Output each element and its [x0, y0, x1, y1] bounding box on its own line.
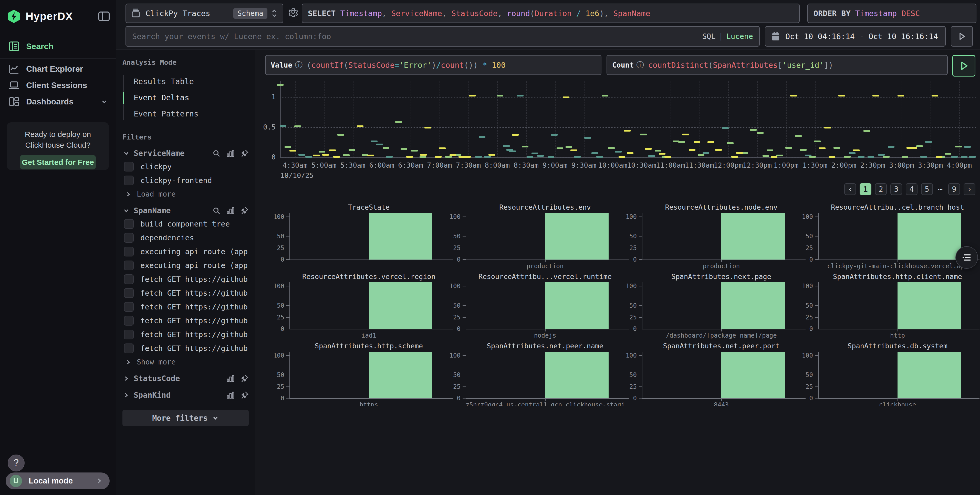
count-expression-text: countDistinct(SpanAttributes['user_id']) — [648, 61, 833, 70]
data-point — [337, 134, 344, 136]
sidebar-item-chart-explorer[interactable]: Chart Explorer — [0, 61, 116, 77]
get-started-button[interactable]: Get Started for Free — [20, 155, 96, 170]
mini-x-tick — [545, 399, 546, 401]
filter-option-label[interactable]: clickpy — [140, 162, 172, 171]
mini-y-tick — [463, 355, 466, 356]
filter-option-label[interactable]: executing api route (app)… — [140, 261, 248, 270]
query-language-toggle[interactable]: SQL|Lucene — [702, 32, 753, 41]
pagination-page-2[interactable]: 2 — [875, 183, 887, 195]
filter-group-spankind[interactable]: SpanKind — [123, 390, 249, 400]
data-point — [376, 144, 383, 145]
checkbox[interactable] — [124, 302, 134, 312]
filter-option-label[interactable]: clickpy-frontend — [140, 176, 212, 185]
pagination-page-1[interactable]: 1 — [860, 183, 872, 195]
divider — [0, 58, 116, 59]
mini-y-tick — [286, 248, 290, 248]
filter-option-label[interactable]: dependencies — [140, 233, 194, 242]
filter-option-label[interactable]: executing api route (app)… — [140, 247, 248, 256]
mini-y-tick-label: 100 — [624, 282, 637, 290]
mini-bar — [369, 282, 433, 329]
search-run-button[interactable] — [951, 26, 973, 47]
order-by-editor[interactable]: ORDER BY Timestamp DESC — [807, 3, 977, 23]
checkbox[interactable] — [124, 247, 134, 257]
chart-settings-fab[interactable] — [955, 246, 978, 269]
filter-option-label[interactable]: fetch GET https://github.… — [140, 275, 248, 284]
sql-select-editor[interactable]: SELECT Timestamp, ServiceName, StatusCod… — [302, 3, 800, 23]
checkbox[interactable] — [124, 162, 134, 171]
filter-group-spanname[interactable]: SpanName — [123, 206, 249, 215]
sidebar-item-dashboards[interactable]: Dashboards — [0, 94, 116, 109]
checkbox[interactable] — [124, 343, 134, 353]
sql-mode-label[interactable]: SQL — [702, 32, 715, 41]
checkbox[interactable] — [124, 330, 134, 340]
gear-icon[interactable] — [287, 7, 299, 19]
data-point — [715, 149, 722, 151]
count-expression-input[interactable]: Count ⓘ countDistinct(SpanAttributes['us… — [606, 55, 948, 75]
run-query-button[interactable] — [952, 55, 975, 76]
filter-group-servicename[interactable]: ServiceName — [123, 149, 249, 158]
mini-y-tick — [463, 236, 466, 236]
mini-y-tick-label: 50 — [800, 371, 813, 379]
analysis-mode-item-event-deltas[interactable]: Event Deltas — [123, 90, 255, 106]
search-input[interactable]: Search your events w/ Lucene ex. column:… — [126, 26, 760, 47]
pin-icon[interactable] — [240, 206, 249, 215]
data-point — [522, 146, 528, 148]
pagination-page-4[interactable]: 4 — [906, 183, 918, 195]
bar-chart-icon[interactable] — [226, 149, 235, 157]
sidebar-item-search[interactable]: Search — [0, 38, 116, 54]
checkbox[interactable] — [124, 219, 134, 229]
mini-y-tick-label: 25 — [275, 314, 284, 321]
spanname-show-more[interactable]: Show more — [124, 358, 249, 366]
filter-option-label[interactable]: build component tree — [140, 220, 230, 228]
checkbox[interactable] — [124, 233, 134, 243]
attribute-chart-title: SpanAttributes.next.page — [642, 273, 801, 281]
bar-chart-icon[interactable] — [226, 391, 235, 399]
local-mode-menu[interactable]: U Local mode — [6, 473, 110, 489]
servicename-load-more[interactable]: Load more — [124, 190, 249, 198]
checkbox[interactable] — [124, 176, 134, 185]
filter-option-label[interactable]: fetch GET https://github.… — [140, 316, 248, 325]
pagination-next[interactable]: › — [964, 183, 975, 195]
bar-chart-icon[interactable] — [226, 374, 235, 382]
checkbox[interactable] — [124, 260, 134, 270]
data-point — [503, 145, 510, 147]
search-icon[interactable] — [212, 149, 221, 157]
filter-sliders-icon — [961, 252, 972, 262]
pagination-prev[interactable]: ‹ — [844, 183, 856, 195]
attribute-chart: SpanAttributes.net.peer.name10050250z5nr… — [451, 341, 627, 406]
filter-option-label[interactable]: fetch GET https://github.… — [140, 344, 248, 353]
x-tick-label: 4:00pm — [941, 161, 977, 169]
mini-y-tick-label: 50 — [448, 233, 461, 240]
value-expression-text: (countIf(StatusCode='Error')/count()) * … — [307, 61, 506, 70]
filter-group-statuscode[interactable]: StatusCode — [123, 374, 249, 383]
pagination-page-9[interactable]: 9 — [948, 183, 960, 195]
gridline-vertical — [613, 81, 613, 157]
source-select[interactable]: ClickPy Traces Schema — [126, 3, 283, 23]
help-button[interactable]: ? — [8, 455, 25, 471]
mini-y-tick — [286, 398, 290, 398]
analysis-mode-item-event-patterns[interactable]: Event Patterns — [123, 106, 255, 122]
checkbox[interactable] — [124, 316, 134, 325]
pin-icon[interactable] — [240, 391, 249, 399]
checkbox[interactable] — [124, 288, 134, 298]
analysis-mode-item-results-table[interactable]: Results Table — [123, 73, 255, 90]
checkbox[interactable] — [124, 274, 134, 284]
gridline-vertical — [700, 81, 700, 157]
value-expression-input[interactable]: Value ⓘ (countIf(StatusCode='Error')/cou… — [265, 55, 601, 75]
pin-icon[interactable] — [240, 374, 249, 382]
more-filters-button[interactable]: More filters — [123, 410, 249, 426]
data-point — [872, 95, 879, 97]
data-point — [386, 156, 393, 158]
sidebar-collapse-icon[interactable] — [99, 11, 110, 21]
pagination-page-5[interactable]: 5 — [921, 183, 933, 195]
sidebar-item-client-sessions[interactable]: Client Sessions — [0, 77, 116, 93]
pagination-page-3[interactable]: 3 — [890, 183, 902, 195]
lucene-mode-label[interactable]: Lucene — [726, 32, 753, 41]
filter-option-label[interactable]: fetch GET https://github.… — [140, 303, 248, 311]
pin-icon[interactable] — [240, 149, 249, 157]
search-icon[interactable] — [212, 206, 221, 215]
bar-chart-icon[interactable] — [226, 206, 235, 215]
filter-option-label[interactable]: fetch GET https://github.… — [140, 289, 248, 297]
filter-option-label[interactable]: fetch GET https://github.… — [140, 330, 248, 339]
date-range-picker[interactable]: Oct 10 04:16:14 - Oct 10 16:16:14 — [765, 26, 946, 47]
